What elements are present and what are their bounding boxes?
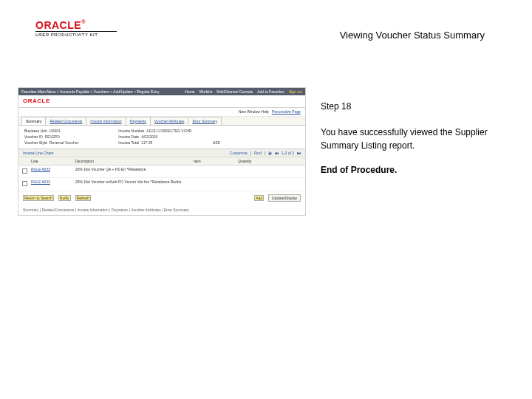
tab-error-summary: Error Summary	[188, 117, 222, 125]
app-screenshot: Favorites Main Menu > Accounts Payable >…	[18, 87, 306, 216]
oracle-wordmark: ORACLE®	[35, 19, 117, 31]
slide-header: ORACLE® USER PRODUCTIVITY KIT Viewing Vo…	[18, 13, 514, 43]
refresh-button: Refresh	[75, 195, 92, 201]
page-title: Viewing Voucher Status Summary	[340, 30, 485, 41]
invoice-line-chars-header: Invoice Line Chars Customize | Find | ▣ …	[18, 149, 305, 157]
personalize-page-link: Personalize Page	[272, 109, 301, 114]
slide-content: Favorites Main Menu > Accounts Payable >…	[18, 87, 514, 381]
grid-controls: Customize | Find | ▣ ⏮ 1-2 of 2 ⏭	[230, 151, 301, 155]
tab-payments: Payments	[126, 117, 151, 125]
step-label: Step 18	[321, 100, 498, 113]
breadcrumb: Favorites Main Menu > Accounts Payable >…	[21, 89, 160, 94]
voucher-header-form: Business Unit US001 Invoice Number ADJ2-…	[18, 126, 305, 149]
end-of-procedure: End of Procedure.	[321, 164, 498, 177]
nav-signout: Sign out	[289, 89, 302, 94]
app-tabs: Summary Related Documents Invoice Inform…	[18, 117, 305, 126]
nav-home: Home	[185, 89, 194, 94]
app-footer-links: Summary | Related Documents | Invoice In…	[18, 205, 305, 215]
first-icon: ⏮	[275, 151, 279, 155]
app-topbar: Favorites Main Menu > Accounts Payable >…	[18, 88, 305, 95]
nav-worklist: Worklist	[200, 89, 213, 94]
notify-button: Notify	[58, 195, 71, 201]
view-all-icon: ▣	[268, 151, 272, 155]
tab-summary: Summary	[21, 117, 46, 125]
return-to-search-button: Return to Search	[23, 195, 54, 201]
tab-invoice-information: Invoice Information	[86, 117, 126, 125]
tab-related-documents: Related Documents	[45, 117, 86, 125]
instruction-text: You have successfully viewed the Supplie…	[321, 126, 498, 152]
invoice-line-grid: Line Description Item Quantity RULE #233…	[18, 157, 305, 191]
oracle-wordmark-mini: ORACLE	[23, 98, 50, 105]
app-subheader: New Window Help Personalize Page	[18, 108, 305, 116]
row-checkbox	[22, 181, 27, 186]
oracle-upk-logo: ORACLE® USER PRODUCTIVITY KIT	[35, 19, 117, 37]
grid-row: RULE #233 25% Dist Voucher w/Auth PO Vco…	[18, 178, 305, 191]
app-buttons-row: Return to Search Notify Refresh Add Upda…	[18, 191, 305, 205]
app-logo-row: ORACLE	[18, 95, 305, 108]
add-button: Add	[254, 195, 264, 201]
last-icon: ⏭	[297, 151, 301, 155]
tab-voucher-attributes: Voucher Attributes	[150, 117, 189, 125]
grid-row: RULE #233 25% Dist Voucher QA + FS Err *…	[18, 166, 305, 178]
nav-multichannel: MultiChannel Console	[216, 89, 253, 94]
training-slide: ORACLE® USER PRODUCTIVITY KIT Viewing Vo…	[0, 0, 532, 399]
nav-addfav: Add to Favorites	[257, 89, 284, 94]
row-checkbox	[22, 168, 27, 174]
upk-subtitle: USER PRODUCTIVITY KIT	[35, 31, 117, 37]
instruction-panel: Step 18 You have successfully viewed the…	[321, 87, 498, 177]
update-display-button: Update/Display	[268, 194, 301, 202]
